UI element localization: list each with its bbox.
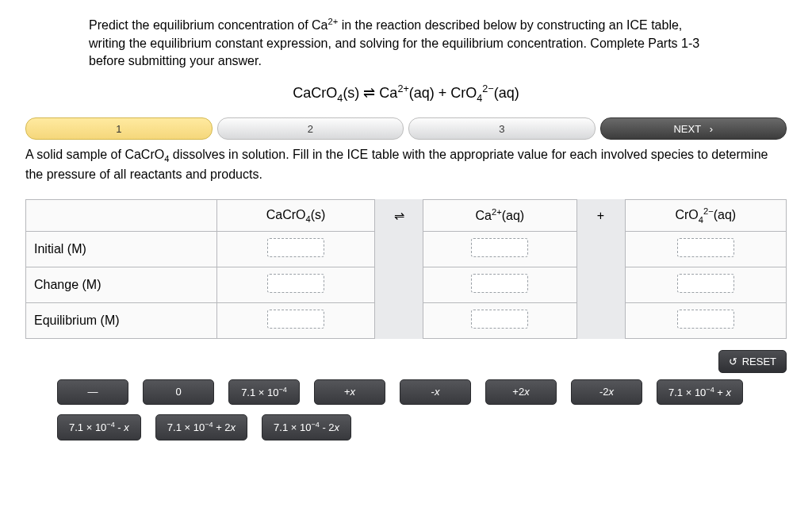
step-2[interactable]: 2 xyxy=(217,117,404,140)
ice-header-3: Ca2+(aq) xyxy=(423,200,576,232)
ice-header-4: + xyxy=(576,200,625,232)
step-1[interactable]: 1 xyxy=(25,117,213,140)
reaction-equation: CaCrO4(s) ⇌ Ca2+(aq) + CrO42−(aq) xyxy=(25,83,787,104)
tile-r1-4[interactable]: -x xyxy=(400,379,471,405)
ice-dropzone-r1-c1[interactable] xyxy=(267,274,324,293)
ice-dropzone-r2-c1[interactable] xyxy=(267,310,324,329)
ice-header-1: CaCrO4(s) xyxy=(217,200,375,232)
ice-dropzone-r0-c3[interactable] xyxy=(471,238,528,257)
tile-r1-5[interactable]: +2x xyxy=(485,379,557,405)
instructions-text: Predict the equilibrium concentration of… xyxy=(89,16,707,71)
ice-dropzone-r2-c3[interactable] xyxy=(471,310,528,329)
ice-dropzone-r0-c1[interactable] xyxy=(267,238,324,257)
tile-r1-0[interactable]: — xyxy=(57,379,128,405)
tile-r2-2[interactable]: 7.1 × 10−4 - 2x xyxy=(262,414,351,440)
step-3[interactable]: 3 xyxy=(408,117,596,140)
ice-dropzone-r1-c3[interactable] xyxy=(471,274,528,293)
ice-header-2: ⇌ xyxy=(375,200,423,232)
part-description: A solid sample of CaCrO4 dissolves in so… xyxy=(25,146,787,183)
tile-r1-6[interactable]: -2x xyxy=(571,379,642,405)
ice-dropzone-r1-c5[interactable] xyxy=(677,274,734,293)
ice-header-0 xyxy=(26,200,217,232)
tile-r2-0[interactable]: 7.1 × 10−4 - x xyxy=(57,414,141,440)
step-next-button[interactable]: NEXT › xyxy=(600,117,787,140)
ice-dropzone-r2-c5[interactable] xyxy=(677,310,734,329)
tile-r1-7[interactable]: 7.1 × 10−4 + x xyxy=(657,379,743,405)
reset-label: RESET xyxy=(742,356,776,367)
tile-r1-3[interactable]: +x xyxy=(314,379,385,405)
answer-tile-bank: —07.1 × 10−4+x-x+2x-2x7.1 × 10−4 + x 7.1… xyxy=(25,379,787,440)
tile-r1-1[interactable]: 0 xyxy=(143,379,214,405)
ice-row-label-0: Initial (M) xyxy=(26,231,217,267)
tile-r1-2[interactable]: 7.1 × 10−4 xyxy=(228,379,300,405)
part-stepper: 123NEXT › xyxy=(25,117,787,140)
ice-dropzone-r0-c5[interactable] xyxy=(677,238,734,257)
ice-row-label-1: Change (M) xyxy=(26,267,217,302)
reset-button[interactable]: ↺ RESET xyxy=(718,350,787,373)
ice-row-label-2: Equilibrium (M) xyxy=(26,302,217,338)
reset-icon: ↺ xyxy=(729,356,737,367)
ice-header-5: CrO42−(aq) xyxy=(625,200,786,232)
ice-table: CaCrO4(s)⇌Ca2+(aq)+CrO42−(aq) Initial (M… xyxy=(25,199,787,339)
tile-r2-1[interactable]: 7.1 × 10−4 + 2x xyxy=(155,414,247,440)
